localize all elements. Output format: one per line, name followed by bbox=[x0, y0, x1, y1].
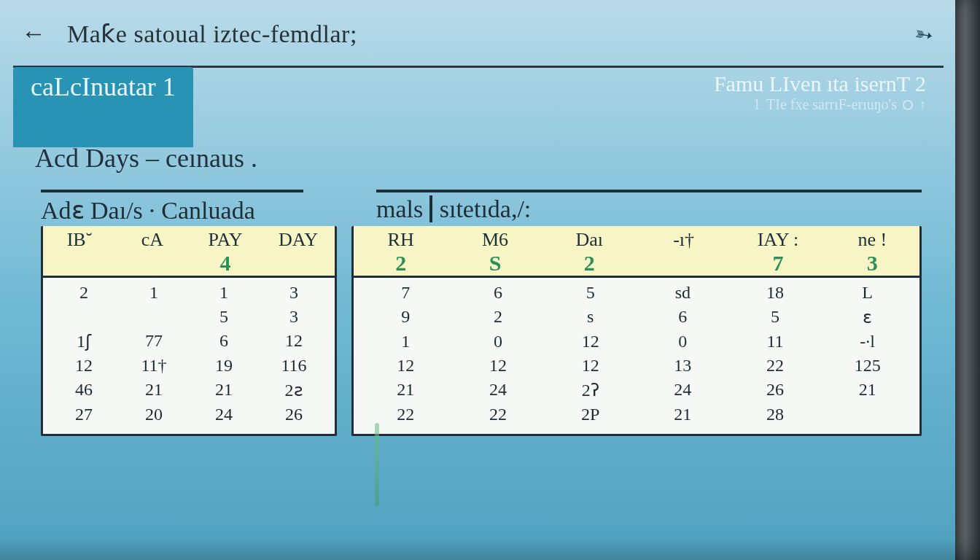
tab-secondary-sub-text: TIe fxe sarrıF-erıuŋo's bbox=[766, 96, 897, 113]
table-row: 53 bbox=[49, 305, 329, 329]
cell[interactable]: 2ƨ bbox=[259, 378, 329, 402]
cell[interactable]: L bbox=[821, 281, 914, 305]
tab-secondary-title: Famu LIven ıta isernT 2 bbox=[714, 71, 926, 96]
column-header-value: 7 bbox=[731, 251, 825, 276]
right-grid: RH2M6SDaı2-ı†IAY :7ne !3 765sd18L92s65ɛ1… bbox=[351, 226, 922, 436]
right-grid-title-b: sıtetıda,/: bbox=[429, 195, 532, 222]
cell[interactable]: 46 bbox=[49, 378, 119, 402]
cell[interactable]: 3 bbox=[259, 305, 329, 329]
column-header-value: 4 bbox=[189, 251, 262, 276]
column-header: IB˘ bbox=[43, 226, 116, 276]
cell[interactable]: 21 bbox=[637, 402, 729, 427]
cell[interactable]: 27 bbox=[49, 402, 119, 427]
column-header: PAY4 bbox=[189, 226, 262, 276]
cell[interactable] bbox=[119, 305, 189, 329]
cell[interactable]: 0 bbox=[637, 330, 729, 354]
cell[interactable]: -·l bbox=[821, 330, 914, 354]
cell[interactable]: 1 bbox=[359, 330, 452, 354]
cell[interactable] bbox=[821, 402, 914, 427]
cell[interactable]: 5 bbox=[729, 305, 822, 330]
cell[interactable]: s bbox=[544, 305, 637, 330]
cell[interactable]: 12 bbox=[544, 330, 637, 354]
cell[interactable]: 21 bbox=[189, 378, 259, 402]
cell[interactable]: 5 bbox=[189, 305, 259, 329]
tab-secondary[interactable]: Famu LIven ıta isernT 2 1 TIe fxe sarrıF… bbox=[696, 67, 944, 147]
table-row: 1212121322125 bbox=[359, 354, 914, 378]
cell[interactable] bbox=[49, 305, 119, 329]
column-header: ne !3 bbox=[825, 226, 919, 276]
cell[interactable]: 11† bbox=[119, 354, 189, 378]
cell[interactable]: 12 bbox=[49, 354, 119, 378]
cell[interactable]: 5 bbox=[544, 281, 637, 305]
cell[interactable]: 19 bbox=[189, 354, 259, 378]
cell[interactable]: 116 bbox=[259, 354, 329, 378]
cell[interactable]: 11 bbox=[729, 330, 822, 354]
cell[interactable]: sd bbox=[637, 281, 729, 305]
cell[interactable]: 20 bbox=[119, 402, 189, 427]
cell[interactable]: 6 bbox=[452, 281, 545, 305]
left-grid: IB˘cAPAY4DAY 2113531ʃ776121211†191164621… bbox=[41, 226, 337, 436]
cell[interactable]: 0 bbox=[452, 330, 545, 354]
table-row: 4621212ƨ bbox=[49, 378, 329, 402]
column-header: DAY bbox=[262, 226, 335, 276]
cell[interactable]: 24 bbox=[637, 378, 729, 402]
column-header: RH2 bbox=[354, 226, 448, 276]
table-row: 1012011-·l bbox=[359, 330, 914, 354]
cell[interactable]: 6 bbox=[637, 305, 729, 330]
cell[interactable]: 77 bbox=[119, 329, 189, 354]
cell[interactable]: 26 bbox=[729, 378, 822, 402]
cell[interactable]: 9 bbox=[359, 305, 452, 330]
cell[interactable]: 125 bbox=[821, 354, 914, 378]
left-grid-title: Adɛ Daı/s · Canluada bbox=[41, 190, 303, 225]
cell[interactable]: 12 bbox=[259, 329, 329, 354]
cell[interactable]: ɛ bbox=[821, 305, 914, 330]
cell[interactable]: 22 bbox=[729, 354, 822, 378]
cell[interactable]: 26 bbox=[259, 402, 329, 427]
cell[interactable]: 2 bbox=[49, 281, 119, 305]
column-header-value: 2 bbox=[354, 251, 448, 276]
cell[interactable]: 21 bbox=[119, 378, 189, 402]
table-row: 92s65ɛ bbox=[359, 305, 914, 330]
tab-secondary-sub: 1 TIe fxe sarrıF-erıuŋo's ↑ bbox=[714, 96, 926, 113]
cell[interactable]: 22 bbox=[452, 402, 545, 427]
content-panel: Adɛ Daı/s · Canluada mals sıtetıda,/: IB… bbox=[41, 190, 922, 535]
tab-secondary-sub-num: 1 bbox=[753, 96, 761, 113]
table-row: 21242ʔ242621 bbox=[359, 378, 914, 402]
cell[interactable]: 12 bbox=[359, 354, 452, 378]
back-button[interactable]: ← bbox=[18, 19, 50, 48]
right-grid-body: 765sd18L92s65ɛ1012011-·l1212121322125212… bbox=[354, 278, 919, 434]
cell[interactable]: 2 bbox=[452, 305, 545, 330]
cell[interactable]: 28 bbox=[729, 402, 822, 427]
cell[interactable]: 24 bbox=[452, 378, 545, 402]
column-header-value: S bbox=[448, 251, 542, 276]
cell[interactable]: 12 bbox=[452, 354, 545, 378]
cell[interactable]: 22 bbox=[359, 402, 452, 427]
cell[interactable]: 2P bbox=[544, 402, 637, 427]
cell[interactable]: 1 bbox=[119, 281, 189, 305]
cell[interactable]: 18 bbox=[729, 281, 822, 305]
cell[interactable]: 6 bbox=[189, 329, 259, 354]
cell[interactable]: 24 bbox=[189, 402, 259, 427]
tab-calculator-1[interactable]: caLcInuatar 1 bbox=[13, 67, 193, 147]
cell[interactable]: 13 bbox=[637, 354, 729, 378]
toolbar: ← Maƙe satoual iztec-femdlar; ➳ bbox=[13, 7, 944, 68]
cell[interactable]: 12 bbox=[544, 354, 637, 378]
cell[interactable]: 7 bbox=[359, 281, 452, 305]
column-header-value: 3 bbox=[825, 251, 919, 276]
table-row: 1ʃ77612 bbox=[49, 329, 329, 354]
monitor-bezel-bottom bbox=[0, 538, 980, 560]
cell[interactable]: 1ʃ bbox=[49, 329, 119, 354]
cell[interactable]: 2ʔ bbox=[544, 378, 637, 402]
share-icon[interactable]: ➳ bbox=[913, 20, 936, 48]
right-grid-header: RH2M6SDaı2-ı†IAY :7ne !3 bbox=[354, 226, 919, 278]
cell[interactable]: 3 bbox=[259, 281, 329, 305]
column-header-value: 2 bbox=[542, 251, 637, 276]
right-grid-title: mals sıtetıda,/: bbox=[376, 190, 922, 225]
cell[interactable]: 21 bbox=[359, 378, 452, 402]
table-row: 2113 bbox=[49, 281, 329, 305]
column-header: -ı† bbox=[637, 226, 731, 276]
column-header: Daı2 bbox=[542, 226, 637, 276]
cell[interactable]: 21 bbox=[821, 378, 914, 402]
column-header: IAY :7 bbox=[731, 226, 825, 276]
cell[interactable]: 1 bbox=[189, 281, 259, 305]
